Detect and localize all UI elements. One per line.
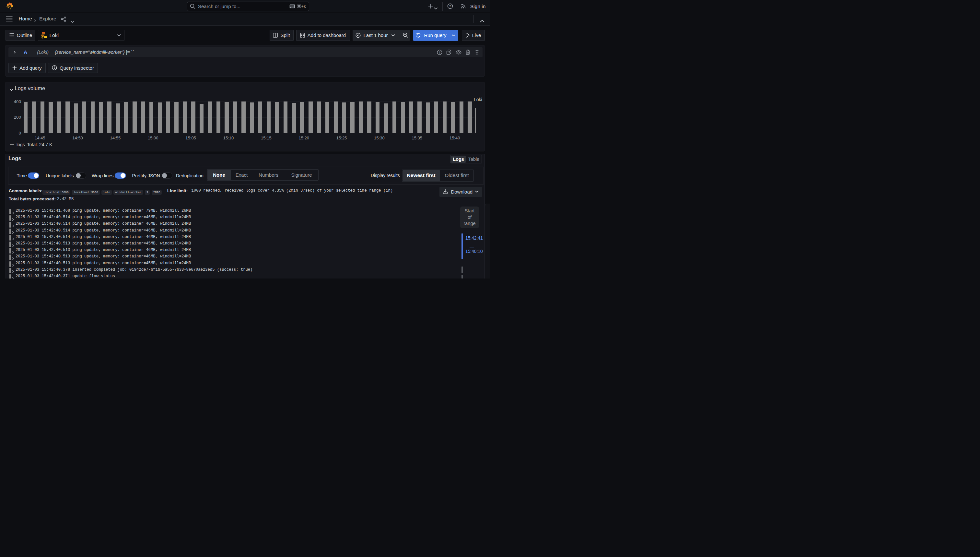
svg-text:?: ?	[439, 50, 440, 54]
svg-text:?: ?	[449, 4, 451, 8]
